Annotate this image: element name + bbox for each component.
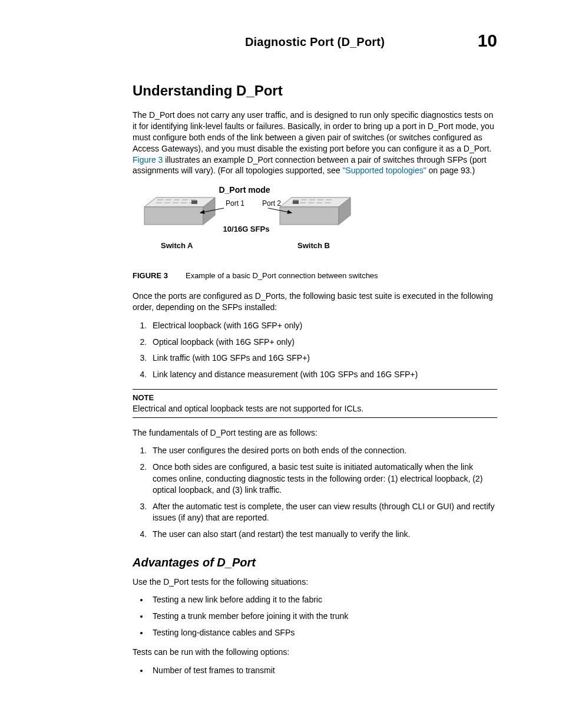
list-item: Number of test frames to transmit xyxy=(149,665,497,677)
list-item: Link latency and distance measurement (w… xyxy=(149,369,497,381)
svg-rect-15 xyxy=(280,207,339,225)
svg-rect-27 xyxy=(293,200,299,204)
figure-ref-link[interactable]: Figure 3 xyxy=(133,155,163,164)
list-item: Testing a new link before adding it to t… xyxy=(149,594,497,606)
heading-advantages: Advantages of D_Port xyxy=(133,556,497,569)
switch-b-label: Switch B xyxy=(297,241,330,250)
list-item: The user configures the desired ports on… xyxy=(149,445,497,457)
fundamentals-list: The user configures the desired ports on… xyxy=(133,445,497,540)
switch-a-label: Switch A xyxy=(161,241,193,250)
svg-marker-14 xyxy=(280,197,351,207)
list-item: Link traffic (with 10G SFPs and 16G SFP+… xyxy=(149,353,497,364)
switch-b-icon xyxy=(280,197,351,225)
text: The D_Port does not carry any user traff… xyxy=(133,110,494,153)
figure-caption-text: Example of a basic D_Port connection bet… xyxy=(186,271,378,280)
list-item: Testing long-distance cables and SFPs xyxy=(149,627,497,639)
figure-label: FIGURE 3 xyxy=(133,271,168,280)
note-label: NOTE xyxy=(133,393,497,402)
test-suite-list: Electrical loopback (with 16G SFP+ only)… xyxy=(133,320,497,380)
note-text: Electrical and optical loopback tests ar… xyxy=(133,404,363,413)
page: Diagnostic Port (D_Port) 10 Understandin… xyxy=(0,0,562,728)
port1-label: Port 1 xyxy=(226,199,244,207)
diagram-title: D_Port mode xyxy=(219,185,270,195)
svg-rect-1 xyxy=(144,207,203,225)
text: on page 93.) xyxy=(427,166,475,175)
content: Understanding D_Port The D_Port does not… xyxy=(133,83,497,677)
figure-caption: FIGURE 3Example of a basic D_Port connec… xyxy=(133,271,497,280)
note-box: NOTE Electrical and optical loopback tes… xyxy=(133,389,497,418)
header-title: Diagnostic Port (D_Port) xyxy=(133,35,497,49)
list-item: Electrical loopback (with 16G SFP+ only) xyxy=(149,320,497,332)
figure-dport-connection: D_Port mode xyxy=(133,185,497,264)
chapter-number: 10 xyxy=(478,31,497,51)
diagram-svg: D_Port mode xyxy=(133,185,368,264)
list-item: Optical loopback (with 16G SFP+ only) xyxy=(149,337,497,348)
heading-understanding-dport: Understanding D_Port xyxy=(133,83,497,99)
list-item: Testing a trunk member before joining it… xyxy=(149,611,497,622)
options-intro: Tests can be run with the following opti… xyxy=(133,647,497,658)
list-item: After the automatic test is complete, th… xyxy=(149,501,497,524)
list-item: The user can also start (and restart) th… xyxy=(149,529,497,541)
switch-a-icon xyxy=(144,197,215,225)
situations-list: Testing a new link before adding it to t… xyxy=(133,594,497,638)
svg-marker-0 xyxy=(144,197,215,207)
tests-intro: Once the ports are configured as D_Ports… xyxy=(133,291,497,313)
advantages-intro: Use the D_Port tests for the following s… xyxy=(133,577,497,588)
intro-paragraph: The D_Port does not carry any user traff… xyxy=(133,110,497,176)
svg-rect-13 xyxy=(191,200,197,204)
port2-label: Port 2 xyxy=(262,199,281,207)
options-list: Number of test frames to transmit xyxy=(133,665,497,677)
sfps-label: 10/16G SFPs xyxy=(223,225,270,233)
fundamentals-intro: The fundamentals of D_Port testing are a… xyxy=(133,427,497,439)
topologies-ref-link[interactable]: "Supported topologies" xyxy=(342,166,426,175)
list-item: Once both sides are configured, a basic … xyxy=(149,462,497,496)
page-header: Diagnostic Port (D_Port) 10 xyxy=(133,35,497,59)
